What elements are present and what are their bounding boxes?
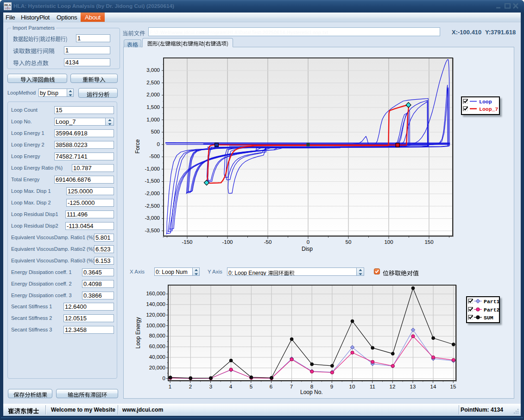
svg-text:HLA: HLA xyxy=(4,3,11,6)
